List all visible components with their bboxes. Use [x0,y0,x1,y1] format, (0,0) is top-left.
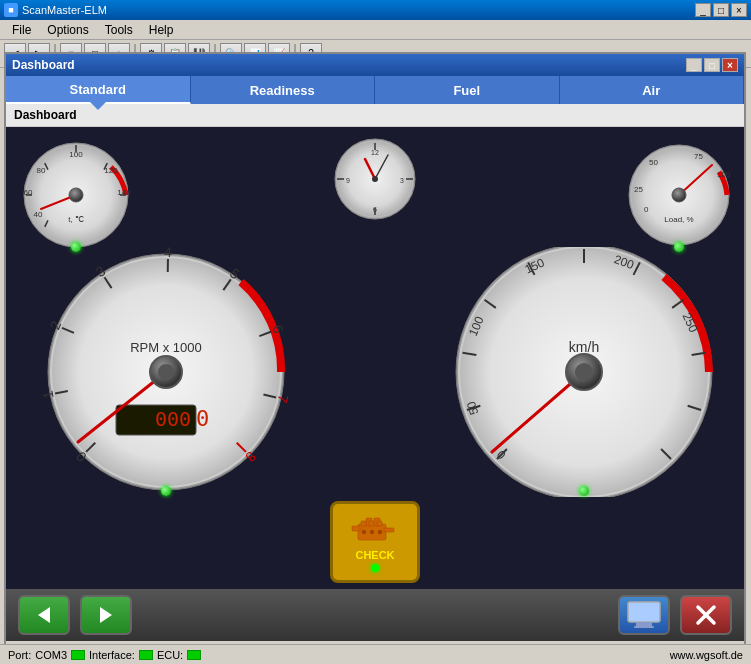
breadcrumb: Dashboard [6,104,744,127]
dash-title-bar: Dashboard _ □ × [6,54,744,76]
svg-text:60: 60 [24,188,33,197]
svg-text:0: 0 [196,406,209,431]
svg-text:Load, %: Load, % [664,215,693,224]
svg-text:9: 9 [346,177,350,184]
tab-arrow [90,102,106,110]
dash-min-btn[interactable]: _ [686,58,702,72]
clock-gauge: 12 6 9 3 [330,137,420,225]
menu-bar: File Options Tools Help [0,20,751,40]
interface-led [139,650,153,660]
tab-fuel[interactable]: Fuel [375,76,560,104]
svg-text:6: 6 [373,206,377,213]
svg-text:1: 1 [40,389,57,400]
svg-text:RPM x 1000: RPM x 1000 [130,340,202,355]
dashboard-window: Dashboard _ □ × Standard Readiness Fuel … [4,52,746,650]
svg-rect-100 [377,521,382,526]
app-minimize-btn[interactable]: _ [695,3,711,17]
ecu-led [187,650,201,660]
ecu-label: ECU: [157,649,183,661]
website: www.wgsoft.de [670,649,743,661]
app-title-bar: ■ ScanMaster-ELM _ □ × [0,0,751,20]
svg-text:120: 120 [104,166,118,175]
svg-text:12: 12 [371,149,379,156]
svg-point-16 [69,188,83,202]
check-engine-container: CHECK [330,501,420,583]
svg-marker-101 [38,607,50,623]
app-maximize-btn[interactable]: □ [713,3,729,17]
svg-rect-105 [634,626,654,628]
svg-text:140: 140 [117,188,131,197]
back-button[interactable] [18,595,70,635]
tab-air[interactable]: Air [560,76,745,104]
svg-point-95 [362,530,366,534]
tab-standard[interactable]: Standard [6,76,191,104]
svg-text:000: 000 [155,407,191,431]
app-title: ScanMaster-ELM [22,4,107,16]
app-icon: ■ [4,3,18,17]
load-gauge: 0 25 50 75 100 Load, % [624,137,734,252]
port-label: Port: [8,649,31,661]
svg-text:40: 40 [34,210,43,219]
svg-rect-103 [628,602,660,622]
menu-options[interactable]: Options [39,21,96,39]
svg-point-97 [378,530,382,534]
status-bar: Port: COM3 Interface: ECU: www.wgsoft.de [0,644,751,664]
svg-text:3: 3 [400,177,404,184]
svg-point-96 [370,530,374,534]
menu-help[interactable]: Help [141,21,182,39]
svg-text:75: 75 [694,152,703,161]
port-value: COM3 [35,649,67,661]
svg-rect-99 [369,521,374,526]
port-led [71,650,85,660]
rpm-gauge-led [161,486,171,496]
dash-close-btn[interactable]: × [722,58,738,72]
svg-point-39 [672,188,686,202]
dash-window-title: Dashboard [12,58,75,72]
check-engine-label: CHECK [355,549,394,561]
menu-file[interactable]: File [4,21,39,39]
dash-title-controls: _ □ × [686,58,738,72]
svg-marker-102 [100,607,112,623]
check-engine-led [371,564,379,572]
close-button[interactable] [680,595,732,635]
svg-point-89 [575,363,593,381]
menu-tools[interactable]: Tools [97,21,141,39]
svg-text:50: 50 [649,158,658,167]
gauge-area: 40 60 80 100 120 140 t, ℃ [6,127,744,641]
svg-rect-94 [384,528,394,532]
monitor-button[interactable] [618,595,670,635]
bottom-nav-bar [6,589,744,641]
svg-text:25: 25 [634,185,643,194]
svg-rect-98 [361,521,366,526]
forward-button[interactable] [80,595,132,635]
svg-rect-104 [636,622,652,626]
speed-gauge: 0 50 100 150 200 250 [444,247,724,496]
svg-point-66 [158,364,174,380]
svg-text:80: 80 [37,166,46,175]
dash-max-btn[interactable]: □ [704,58,720,72]
svg-text:0: 0 [644,205,649,214]
app-title-controls: _ □ × [695,3,747,17]
interface-label: Interface: [89,649,135,661]
svg-text:4: 4 [164,247,172,260]
svg-point-29 [372,176,378,182]
tab-readiness[interactable]: Readiness [191,76,376,104]
svg-text:100: 100 [69,150,83,159]
temp-gauge: 40 60 80 100 120 140 t, ℃ [16,137,136,252]
svg-text:t, ℃: t, ℃ [68,215,84,224]
app-close-btn[interactable]: × [731,3,747,17]
speed-gauge-led [579,486,589,496]
svg-rect-93 [352,526,360,531]
tab-bar: Standard Readiness Fuel Air [6,76,744,104]
svg-text:km/h: km/h [569,339,599,355]
rpm-gauge: 0 1 2 3 4 5 [36,247,296,496]
svg-text:100: 100 [717,170,731,179]
